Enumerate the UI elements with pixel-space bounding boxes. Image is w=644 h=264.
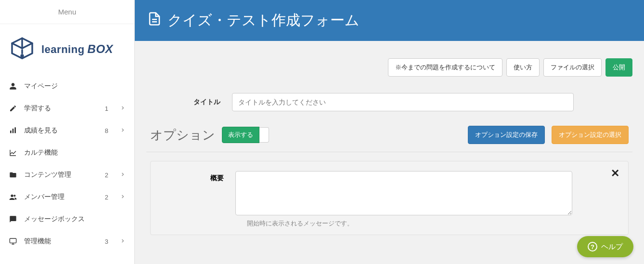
chevron-right-icon bbox=[120, 127, 126, 134]
logo: learning BOX bbox=[0, 24, 134, 71]
toolbar: ※今までの問題を作成するについて 使い方 ファイルの選択 公開 bbox=[146, 58, 632, 77]
sidebar-item-badge: 3 bbox=[105, 238, 108, 245]
options-toggle[interactable]: 表示する bbox=[222, 127, 269, 143]
toggle-on-label: 表示する bbox=[222, 127, 259, 143]
summary-panel: ✕ 概要 開始時に表示されるメッセージです。 bbox=[150, 161, 629, 235]
sidebar: Menu learning BOX マイページ学習する1成績を見る8カルテ機能コ… bbox=[0, 0, 135, 264]
sidebar-item-badge: 1 bbox=[105, 105, 108, 112]
users-icon bbox=[9, 193, 17, 201]
sidebar-item-badge: 2 bbox=[105, 172, 108, 179]
content-area: ※今までの問題を作成するについて 使い方 ファイルの選択 公開 タイトル オプシ… bbox=[135, 41, 644, 264]
chevron-right-icon bbox=[120, 238, 126, 245]
publish-button[interactable]: 公開 bbox=[605, 58, 632, 77]
sidebar-item-2[interactable]: 成績を見る8 bbox=[0, 119, 134, 142]
svg-rect-6 bbox=[10, 238, 16, 243]
options-select-button[interactable]: オプション設定の選択 bbox=[552, 126, 629, 144]
bars-icon bbox=[9, 127, 17, 134]
sidebar-item-7[interactable]: 管理機能3 bbox=[0, 230, 134, 252]
sidebar-item-5[interactable]: メンバー管理2 bbox=[0, 186, 134, 208]
summary-label: 概要 bbox=[161, 171, 224, 183]
options-heading: オプション bbox=[150, 127, 215, 144]
help-label: ヘルプ bbox=[601, 242, 623, 251]
sidebar-item-label: カルテ機能 bbox=[24, 148, 126, 157]
options-save-button[interactable]: オプション設定の保存 bbox=[468, 126, 545, 144]
logo-icon bbox=[9, 36, 36, 63]
summary-textarea[interactable] bbox=[235, 171, 572, 215]
sidebar-item-1[interactable]: 学習する1 bbox=[0, 97, 134, 119]
options-row: オプション 表示する オプション設定の保存 オプション設定の選択 bbox=[146, 126, 632, 152]
close-icon[interactable]: ✕ bbox=[611, 167, 619, 180]
title-field-row: タイトル bbox=[146, 93, 632, 111]
menu-header: Menu bbox=[0, 0, 134, 24]
svg-rect-1 bbox=[10, 131, 12, 133]
sidebar-item-label: 成績を見る bbox=[24, 126, 98, 135]
folder-icon bbox=[9, 171, 17, 179]
sidebar-item-3[interactable]: カルテ機能 bbox=[0, 142, 134, 164]
info-button[interactable]: ※今までの問題を作成するについて bbox=[388, 58, 502, 77]
svg-rect-2 bbox=[13, 129, 14, 133]
chart-icon bbox=[9, 149, 17, 157]
nav: マイページ学習する1成績を見る8カルテ機能コンテンツ管理2メンバー管理2メッセー… bbox=[0, 71, 134, 264]
sidebar-item-label: マイページ bbox=[24, 82, 126, 91]
help-button[interactable]: ? ヘルプ bbox=[577, 236, 633, 257]
logo-text: learning BOX bbox=[41, 42, 113, 56]
monitor-icon bbox=[9, 238, 17, 245]
sidebar-item-6[interactable]: メッセージボックス bbox=[0, 208, 134, 230]
svg-point-4 bbox=[11, 195, 13, 197]
toggle-handle bbox=[259, 127, 269, 143]
page-title: クイズ・テスト作成フォーム bbox=[167, 11, 360, 30]
usage-button[interactable]: 使い方 bbox=[506, 58, 540, 77]
chevron-right-icon bbox=[120, 171, 126, 179]
chevron-right-icon bbox=[120, 193, 126, 201]
sidebar-item-label: 管理機能 bbox=[24, 237, 98, 246]
main: クイズ・テスト作成フォーム ※今までの問題を作成するについて 使い方 ファイルの… bbox=[135, 0, 644, 264]
svg-point-5 bbox=[13, 195, 15, 197]
svg-rect-3 bbox=[14, 127, 16, 133]
sidebar-item-badge: 8 bbox=[105, 127, 108, 134]
message-icon bbox=[9, 215, 17, 223]
sidebar-item-label: コンテンツ管理 bbox=[24, 171, 98, 179]
sidebar-item-label: 学習する bbox=[24, 104, 98, 113]
title-label: タイトル bbox=[150, 98, 232, 106]
sidebar-item-label: メッセージボックス bbox=[24, 215, 126, 224]
help-icon: ? bbox=[588, 242, 597, 251]
page-header: クイズ・テスト作成フォーム bbox=[135, 0, 644, 41]
sidebar-item-0[interactable]: マイページ bbox=[0, 75, 134, 97]
sidebar-item-label: メンバー管理 bbox=[24, 193, 98, 201]
svg-point-0 bbox=[21, 55, 23, 57]
sidebar-item-badge: 2 bbox=[105, 194, 108, 201]
sidebar-item-4[interactable]: コンテンツ管理2 bbox=[0, 164, 134, 186]
pencil-icon bbox=[9, 105, 17, 112]
summary-help-text: 開始時に表示されるメッセージです。 bbox=[247, 219, 618, 228]
file-select-button[interactable]: ファイルの選択 bbox=[543, 58, 602, 77]
title-input[interactable] bbox=[232, 93, 574, 111]
user-icon bbox=[9, 82, 17, 90]
chevron-right-icon bbox=[120, 105, 126, 112]
document-icon bbox=[147, 12, 162, 29]
